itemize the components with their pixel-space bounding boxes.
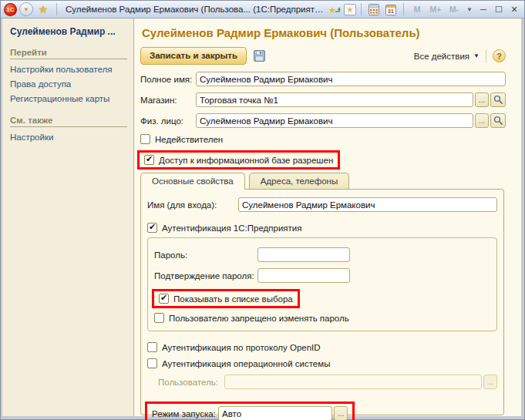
window-title: Сулейменов Радмир Ермакович (Пользова...… — [62, 5, 327, 14]
sidebar-current-item[interactable]: Сулейменов Радмир ... — [10, 26, 127, 37]
titlebar-overflow-button[interactable]: ▼ — [464, 6, 475, 13]
person-input[interactable] — [196, 113, 473, 128]
save-and-close-button[interactable]: Записать и закрыть — [140, 47, 247, 65]
auth-os-checkbox[interactable] — [147, 358, 157, 368]
full-name-label: Полное имя: — [140, 75, 196, 84]
auth-1c-checkbox[interactable] — [147, 223, 157, 233]
run-mode-input[interactable] — [218, 406, 332, 420]
memory-add-button[interactable]: M+ — [427, 5, 444, 14]
password-confirm-input[interactable] — [257, 268, 350, 283]
invalid-checkbox-label: Недействителен — [155, 135, 223, 144]
invalid-checkbox-row: Недействителен — [140, 134, 506, 144]
password-input[interactable] — [257, 247, 350, 262]
1c-logo-icon: 1С — [4, 3, 17, 16]
save-button[interactable] — [251, 49, 268, 64]
calendar-icon[interactable]: 31 — [383, 2, 399, 16]
auth-os-checkbox-row: Аутентификация операционной системы — [147, 358, 497, 368]
os-user-row: Пользователь: ... — [158, 375, 497, 389]
chevron-down-icon: ▼ — [473, 52, 480, 59]
store-open-button[interactable] — [490, 92, 506, 107]
sidebar-item-registration-cards[interactable]: Регистрационные карты — [10, 94, 127, 103]
calculator-icon[interactable] — [366, 2, 382, 16]
user-form: Сулейменов Радмир Ермакович (Пользовател… — [134, 18, 521, 416]
run-mode-label: Режим запуска: — [152, 409, 218, 418]
svg-text:★: ★ — [328, 5, 336, 15]
memory-subtract-button[interactable]: M- — [446, 5, 463, 14]
access-checkbox-row: Доступ к информационной базе разрешен — [144, 155, 333, 165]
tab-main-properties[interactable]: Основные свойства — [140, 173, 245, 190]
os-user-select-button: ... — [483, 375, 497, 389]
sidebar: Сулейменов Радмир ... Перейти Настройки … — [2, 18, 134, 416]
page-title: Сулейменов Радмир Ермакович (Пользовател… — [142, 26, 506, 39]
tab-bar: Основные свойства Адреса, телефоны — [140, 173, 506, 189]
login-name-input[interactable] — [238, 197, 497, 212]
main-menu-button[interactable]: ▼ — [19, 2, 33, 16]
full-name-input[interactable] — [196, 72, 506, 86]
add-to-favorites-icon[interactable]: ★ — [327, 2, 342, 16]
login-name-label: Имя (для входа): — [147, 200, 238, 210]
auth-openid-checkbox-label: Аутентификация по протоколу OpenID — [162, 343, 321, 352]
help-button[interactable]: ? — [493, 49, 506, 62]
show-favorites-icon[interactable]: ★ — [344, 4, 356, 15]
memory-recall-button[interactable]: M — [409, 5, 426, 14]
password-group-box: Пароль: Подтверждение пароля: Показывать… — [147, 237, 497, 331]
titlebar-separator — [56, 3, 57, 15]
show-in-list-checkbox[interactable] — [159, 294, 169, 304]
sidebar-item-settings[interactable]: Настройки — [10, 133, 127, 142]
annotation-run-mode-highlight: Режим запуска: ... — [145, 402, 355, 420]
titlebar: 1С ▼ ★ Сулейменов Радмир Ермакович (Поль… — [1, 1, 524, 18]
password-label: Пароль: — [154, 250, 257, 260]
star-arrow-icon: ★ — [328, 4, 341, 15]
person-row: Физ. лицо: ... — [140, 113, 506, 128]
store-input[interactable] — [196, 92, 473, 107]
person-label: Физ. лицо: — [140, 116, 196, 126]
svg-text:31: 31 — [388, 8, 394, 14]
show-in-list-checkbox-label: Показывать в списке выбора — [173, 294, 293, 304]
login-name-row: Имя (для входа): — [147, 197, 497, 212]
minimize-button[interactable]: ─ — [476, 5, 490, 14]
floppy-disk-icon — [254, 50, 265, 62]
access-checkbox[interactable] — [144, 155, 154, 165]
annotation-access-highlight: Доступ к информационной базе разрешен — [137, 150, 340, 170]
store-select-button[interactable]: ... — [475, 92, 489, 107]
maximize-button[interactable]: ☐ — [492, 5, 506, 15]
sidebar-item-access-rights[interactable]: Права доступа — [10, 79, 127, 89]
sidebar-section-header: См. также — [10, 116, 127, 127]
password-confirm-row: Подтверждение пароля: — [154, 268, 490, 283]
forbid-change-checkbox-row: Пользователю запрещено изменять пароль — [154, 313, 490, 323]
tab-panel-main-properties: Имя (для входа): Аутентификация 1С:Предп… — [140, 189, 504, 415]
store-row: Магазин: ... — [140, 92, 506, 107]
os-user-label: Пользователь: — [158, 378, 224, 387]
auth-1c-checkbox-row: Аутентификация 1С:Предприятия — [147, 223, 497, 233]
sidebar-section-see-also: См. также Настройки — [10, 116, 127, 142]
run-mode-row: Режим запуска: ... — [152, 406, 348, 420]
store-label: Магазин: — [140, 96, 196, 105]
app-window: 1С ▼ ★ Сулейменов Радмир Ермакович (Поль… — [0, 0, 525, 420]
person-select-button[interactable]: ... — [475, 113, 489, 128]
sidebar-section-header: Перейти — [10, 48, 127, 59]
auth-openid-checkbox-row: Аутентификация по протоколу OpenID — [147, 342, 497, 352]
tab-addresses-phones[interactable]: Адреса, телефоны — [249, 173, 349, 189]
favorites-star-icon[interactable]: ★ — [35, 2, 51, 16]
invalid-checkbox[interactable] — [140, 134, 150, 144]
forbid-change-checkbox[interactable] — [154, 313, 164, 323]
close-button[interactable]: ✕ — [507, 5, 521, 15]
access-checkbox-label: Доступ к информационной базе разрешен — [159, 156, 333, 165]
form-toolbar: Записать и закрыть Все действия ▼ ? — [140, 47, 506, 65]
auth-openid-checkbox[interactable] — [147, 342, 157, 352]
all-actions-button[interactable]: Все действия ▼ — [414, 52, 480, 61]
window-content: Сулейменов Радмир ... Перейти Настройки … — [1, 18, 524, 419]
person-open-button[interactable] — [490, 113, 506, 128]
run-mode-select-button[interactable]: ... — [334, 406, 348, 420]
magnifier-icon — [493, 116, 503, 126]
show-in-list-checkbox-row: Показывать в списке выбора — [159, 294, 293, 304]
annotation-show-in-list-highlight: Показывать в списке выбора — [152, 289, 300, 308]
auth-1c-checkbox-label: Аутентификация 1С:Предприятия — [162, 223, 301, 233]
auth-os-checkbox-label: Аутентификация операционной системы — [162, 359, 330, 368]
os-user-input — [224, 375, 482, 389]
sidebar-item-user-settings[interactable]: Настройки пользователя — [10, 65, 127, 74]
password-confirm-label: Подтверждение пароля: — [154, 271, 257, 281]
password-row: Пароль: — [154, 247, 490, 262]
sidebar-section-goto: Перейти Настройки пользователя Права дос… — [10, 48, 127, 103]
forbid-change-checkbox-label: Пользователю запрещено изменять пароль — [169, 314, 349, 323]
